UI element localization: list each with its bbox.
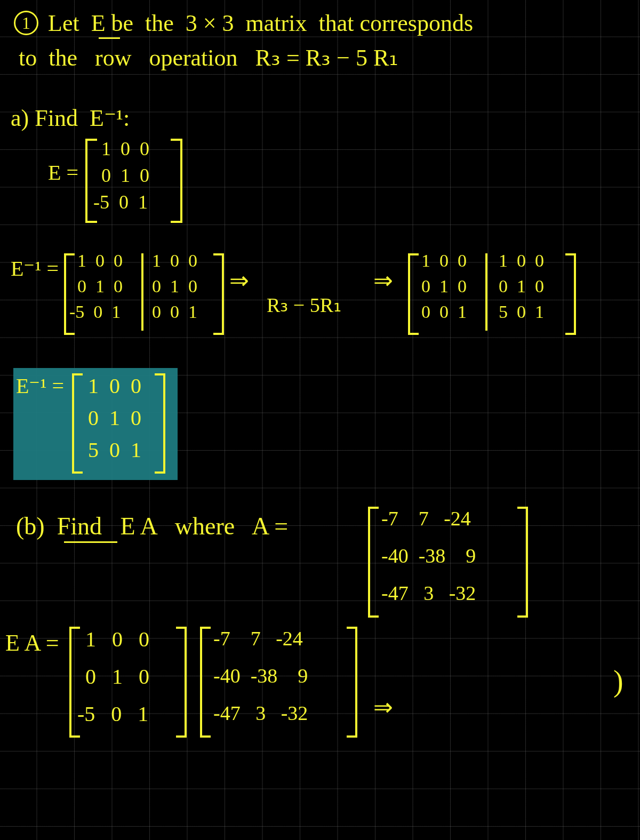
underline-E: [99, 37, 120, 39]
E-row-1: 0 1 0: [101, 164, 149, 187]
EAE-row-2: -5 0 1: [77, 701, 148, 726]
EAA-right-bracket: [347, 627, 357, 738]
aug2-L-row-1: 0 1 0: [421, 276, 467, 297]
E-label: E =: [48, 160, 78, 185]
aug2-L-row-0: 1 0 0: [421, 251, 467, 271]
A-row-0: -7 7 -24: [381, 507, 471, 530]
intro-line-1: Let E be the 3 × 3 matrix that correspon…: [48, 10, 473, 37]
aug1-R-row-1: 0 1 0: [152, 276, 197, 297]
aug1-L-row-1: 0 1 0: [77, 276, 123, 297]
aug1-divider: [141, 253, 143, 331]
EAE-row-0: 1 0 0: [85, 627, 149, 652]
Einv-label-1: E⁻¹ =: [11, 256, 59, 281]
A-right-bracket: [517, 507, 528, 618]
arrow-2: ⇒: [373, 267, 393, 294]
aug1-R-row-0: 1 0 0: [152, 251, 197, 271]
aug1-R-row-2: 0 0 1: [152, 302, 197, 322]
underline-find: [64, 541, 117, 543]
E-row-0: 1 0 0: [101, 138, 149, 160]
stray-paren: ): [613, 664, 623, 698]
aug2-R-row-1: 0 1 0: [499, 276, 544, 297]
EAE-row-1: 0 1 0: [85, 664, 149, 689]
A-row-2: -47 3 -32: [381, 581, 476, 605]
EAE-right-bracket: [176, 627, 187, 738]
op-note: R₃ − 5R₁: [267, 293, 341, 317]
res-row-2: 5 0 1: [88, 437, 141, 462]
handwriting-layer: 1 Let E be the 3 × 3 matrix that corresp…: [0, 0, 640, 840]
part-b-label: (b) Find E A where A =: [16, 512, 288, 540]
intro-line-2: to the row operation R₃ = R₃ − 5 R₁: [19, 44, 398, 71]
part-a-label: a) Find E⁻¹:: [11, 104, 130, 132]
arrow-3: ⇒: [373, 693, 393, 721]
aug2-R-row-2: 5 0 1: [499, 302, 544, 322]
arrow-1: ⇒: [229, 267, 249, 294]
EAA-row-0: -7 7 -24: [213, 627, 303, 650]
aug2-R-row-0: 1 0 0: [499, 251, 544, 271]
EA-label: E A =: [5, 629, 59, 657]
E-row-2: -5 0 1: [93, 191, 148, 213]
problem-number: 1: [22, 13, 30, 33]
res-row-0: 1 0 0: [88, 373, 141, 398]
EAA-row-2: -47 3 -32: [213, 701, 308, 725]
EAA-left-bracket: [200, 627, 211, 738]
res-right-bracket: [155, 373, 165, 474]
aug1-right-bracket: [213, 253, 224, 335]
Einv-result-label: E⁻¹ =: [16, 373, 64, 398]
A-row-1: -40 -38 9: [381, 544, 476, 567]
EAA-row-1: -40 -38 9: [213, 664, 308, 687]
A-left-bracket: [368, 507, 379, 618]
aug1-L-row-0: 1 0 0: [77, 251, 123, 271]
aug2-divider: [485, 253, 487, 331]
aug2-right-bracket: [565, 253, 576, 335]
E-right-bracket: [171, 139, 182, 223]
aug2-left-bracket: [408, 253, 419, 335]
aug1-left-bracket: [64, 253, 75, 335]
problem-number-circle: 1: [14, 11, 38, 35]
aug1-L-row-2: -5 0 1: [69, 302, 121, 322]
res-left-bracket: [72, 373, 83, 474]
aug2-L-row-2: 0 0 1: [421, 302, 467, 322]
res-row-1: 0 1 0: [88, 405, 141, 430]
